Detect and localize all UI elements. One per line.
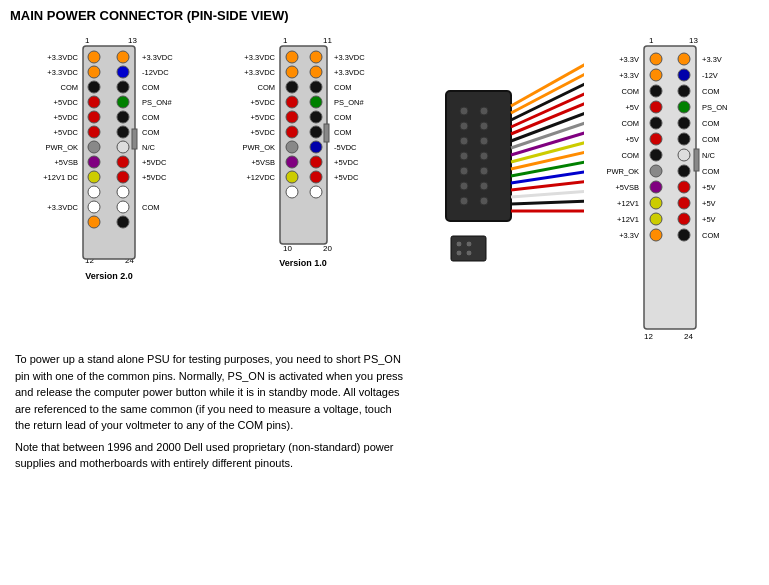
svg-text:PWR_OK: PWR_OK — [606, 167, 639, 176]
svg-point-129 — [466, 241, 472, 247]
svg-line-98 — [511, 71, 584, 113]
svg-rect-161 — [694, 149, 699, 171]
svg-point-144 — [650, 165, 662, 177]
svg-point-65 — [286, 186, 298, 198]
svg-point-119 — [460, 197, 468, 205]
svg-point-113 — [460, 107, 468, 115]
svg-point-69 — [310, 96, 322, 108]
svg-text:PS_ON#: PS_ON# — [334, 98, 364, 107]
svg-text:+5VDC: +5VDC — [54, 128, 79, 137]
svg-text:-5VDC: -5VDC — [334, 143, 357, 152]
svg-text:1: 1 — [649, 36, 654, 45]
svg-point-126 — [480, 197, 488, 205]
svg-text:+5V: +5V — [702, 183, 716, 192]
svg-text:PWR_OK: PWR_OK — [242, 143, 275, 152]
svg-point-75 — [310, 186, 322, 198]
svg-point-56 — [286, 51, 298, 63]
svg-point-71 — [310, 126, 322, 138]
svg-point-12 — [88, 156, 100, 168]
svg-text:COM: COM — [334, 83, 352, 92]
svg-text:+3.3VDC: +3.3VDC — [47, 53, 78, 62]
main-container: MAIN POWER CONNECTOR (PIN-SIDE VIEW) 1 1… — [0, 0, 769, 585]
svg-text:+5V: +5V — [625, 135, 639, 144]
svg-text:-12V: -12V — [702, 71, 718, 80]
svg-point-155 — [678, 149, 690, 161]
svg-point-67 — [310, 66, 322, 78]
svg-point-9 — [88, 111, 100, 123]
svg-point-63 — [286, 156, 298, 168]
svg-point-27 — [117, 201, 129, 213]
svg-point-125 — [480, 182, 488, 190]
right-svg: 1 13 12 24 — [584, 31, 759, 341]
svg-point-62 — [286, 141, 298, 153]
svg-point-57 — [286, 66, 298, 78]
svg-point-131 — [466, 250, 472, 256]
svg-text:+12V1 DC: +12V1 DC — [43, 173, 78, 182]
svg-point-139 — [650, 85, 662, 97]
connector-photo-svg — [416, 31, 584, 281]
svg-point-11 — [88, 141, 100, 153]
version20-diagram: 1 13 12 24 — [10, 31, 210, 281]
svg-point-17 — [117, 51, 129, 63]
svg-point-115 — [460, 137, 468, 145]
svg-text:COM: COM — [334, 113, 352, 122]
svg-point-116 — [460, 152, 468, 160]
svg-text:+5VDC: +5VDC — [54, 98, 79, 107]
svg-text:+5VDC: +5VDC — [251, 113, 276, 122]
svg-point-138 — [650, 69, 662, 81]
svg-text:+5VDC: +5VDC — [251, 128, 276, 137]
svg-point-23 — [117, 141, 129, 153]
svg-text:+3.3V: +3.3V — [619, 71, 639, 80]
svg-text:+5V: +5V — [702, 215, 716, 224]
svg-line-110 — [511, 191, 584, 197]
svg-point-142 — [650, 133, 662, 145]
svg-text:COM: COM — [334, 128, 352, 137]
svg-point-13 — [88, 171, 100, 183]
svg-point-73 — [310, 156, 322, 168]
svg-text:+12V1: +12V1 — [617, 215, 639, 224]
svg-point-6 — [88, 66, 100, 78]
svg-point-151 — [678, 85, 690, 97]
svg-text:COM: COM — [622, 87, 640, 96]
svg-point-10 — [88, 126, 100, 138]
svg-text:+3.3VDC: +3.3VDC — [334, 68, 365, 77]
svg-point-154 — [678, 133, 690, 145]
svg-point-124 — [480, 167, 488, 175]
svg-text:+3.3VDC: +3.3VDC — [244, 68, 275, 77]
version10-diagram: 1 11 10 20 — [218, 31, 408, 281]
svg-point-123 — [480, 152, 488, 160]
svg-point-156 — [678, 165, 690, 177]
svg-point-145 — [650, 181, 662, 193]
svg-text:-12VDC: -12VDC — [142, 68, 169, 77]
svg-text:COM: COM — [142, 128, 160, 137]
version20-svg: 1 13 12 24 — [10, 31, 210, 281]
svg-text:COM: COM — [702, 135, 720, 144]
svg-text:+5VSB: +5VSB — [615, 183, 639, 192]
svg-point-120 — [480, 107, 488, 115]
svg-point-152 — [678, 101, 690, 113]
svg-text:COM: COM — [702, 119, 720, 128]
svg-text:1: 1 — [283, 36, 288, 45]
diagram-area: 1 13 12 24 — [10, 31, 759, 341]
svg-text:+5VDC: +5VDC — [142, 158, 167, 167]
svg-text:N/C: N/C — [142, 143, 156, 152]
svg-point-122 — [480, 137, 488, 145]
svg-text:1: 1 — [85, 36, 90, 45]
svg-text:+12VDC: +12VDC — [246, 173, 275, 182]
description-text: To power up a stand alone PSU for testin… — [15, 351, 405, 434]
svg-text:13: 13 — [689, 36, 698, 45]
svg-text:24: 24 — [684, 332, 693, 341]
svg-text:+5VDC: +5VDC — [142, 173, 167, 182]
svg-point-160 — [678, 229, 690, 241]
svg-text:N/C: N/C — [702, 151, 716, 160]
svg-text:+5V: +5V — [625, 103, 639, 112]
svg-point-66 — [310, 51, 322, 63]
svg-text:+5VDC: +5VDC — [54, 113, 79, 122]
svg-text:11: 11 — [323, 36, 332, 45]
svg-rect-29 — [132, 129, 137, 149]
svg-point-149 — [678, 53, 690, 65]
connector-photo-area — [416, 31, 584, 281]
version10-svg: 1 11 10 20 — [218, 31, 408, 281]
svg-point-28 — [117, 216, 129, 228]
svg-point-150 — [678, 69, 690, 81]
